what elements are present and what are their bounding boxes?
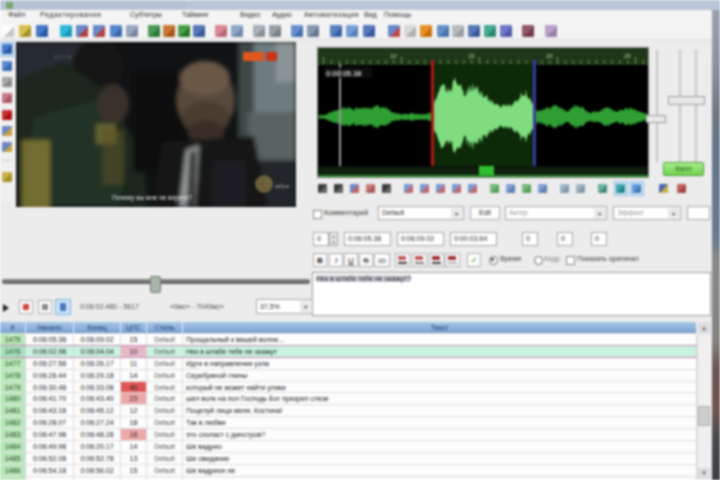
svg-text:25: 25 [624,53,631,59]
svg-text:забуне: забуне [275,184,290,189]
svg-text:15: 15 [468,53,475,59]
svg-text:MУ3 ТВ: MУ3 ТВ [54,54,73,60]
svg-text:20: 20 [546,53,553,59]
svg-text:Почему вы мне не верите?: Почему вы мне не верите? [112,194,193,202]
svg-text:0:00:05.38: 0:00:05.38 [326,69,361,78]
svg-text:10: 10 [390,53,397,59]
